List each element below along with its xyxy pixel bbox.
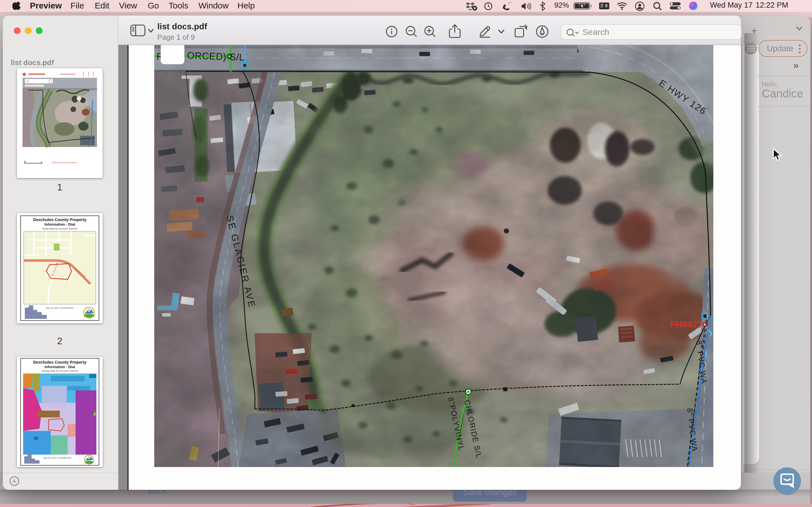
svg-text:Deschutes County Property: Deschutes County Property [33,217,87,222]
svg-text:Deschutes County Property: Deschutes County Property [33,360,87,364]
svg-text:Information - Dial: Information - Dial [45,222,75,226]
svg-text:Map and Taxlot: 151319B000201: Map and Taxlot: 151319B000201 [46,307,74,309]
svg-text:FH0477: FH0477 [670,320,703,330]
svg-text:ORCED) S/L: ORCED) S/L [187,50,245,62]
svg-text:Information - Dial: Information - Dial [45,365,75,369]
svg-text:Road Map for account 169794: Road Map for account 169794 [42,227,77,230]
svg-text:Zoning Map for account 169794: Zoning Map for account 169794 [42,370,78,372]
svg-text:Map and Taxlot: 151319B000201: Map and Taxlot: 151319B000201 [43,457,71,459]
